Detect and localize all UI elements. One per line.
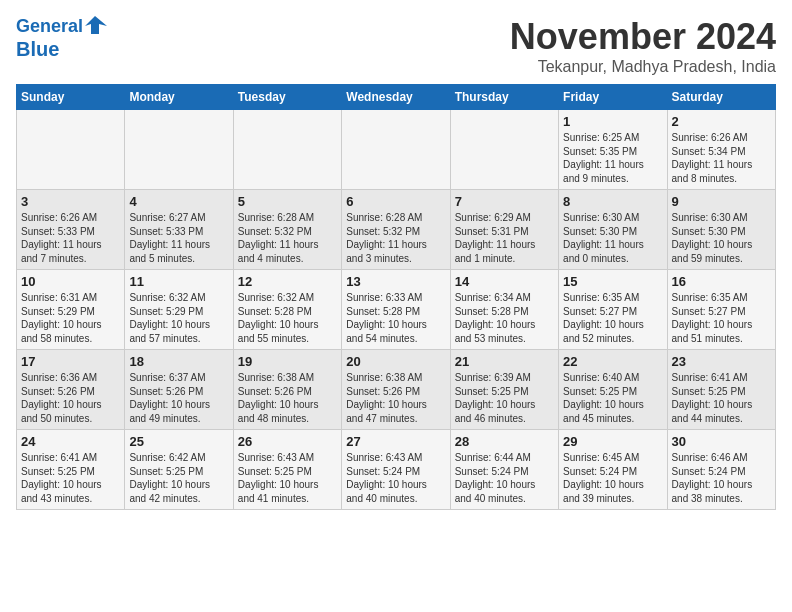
day-number: 19 (238, 354, 337, 369)
calendar-cell: 30Sunrise: 6:46 AM Sunset: 5:24 PM Dayli… (667, 430, 775, 510)
calendar-cell: 12Sunrise: 6:32 AM Sunset: 5:28 PM Dayli… (233, 270, 341, 350)
day-info: Sunrise: 6:29 AM Sunset: 5:31 PM Dayligh… (455, 211, 554, 265)
logo-blue-text: Blue (16, 38, 59, 60)
calendar-cell: 19Sunrise: 6:38 AM Sunset: 5:26 PM Dayli… (233, 350, 341, 430)
calendar-cell (342, 110, 450, 190)
day-info: Sunrise: 6:26 AM Sunset: 5:33 PM Dayligh… (21, 211, 120, 265)
calendar-week-row: 17Sunrise: 6:36 AM Sunset: 5:26 PM Dayli… (17, 350, 776, 430)
day-info: Sunrise: 6:31 AM Sunset: 5:29 PM Dayligh… (21, 291, 120, 345)
day-number: 11 (129, 274, 228, 289)
day-info: Sunrise: 6:32 AM Sunset: 5:29 PM Dayligh… (129, 291, 228, 345)
day-number: 3 (21, 194, 120, 209)
calendar-cell: 22Sunrise: 6:40 AM Sunset: 5:25 PM Dayli… (559, 350, 667, 430)
day-info: Sunrise: 6:38 AM Sunset: 5:26 PM Dayligh… (238, 371, 337, 425)
calendar-cell: 5Sunrise: 6:28 AM Sunset: 5:32 PM Daylig… (233, 190, 341, 270)
calendar-cell: 11Sunrise: 6:32 AM Sunset: 5:29 PM Dayli… (125, 270, 233, 350)
day-number: 12 (238, 274, 337, 289)
day-number: 18 (129, 354, 228, 369)
month-title: November 2024 (510, 16, 776, 58)
calendar-cell (450, 110, 558, 190)
weekday-header-sunday: Sunday (17, 85, 125, 110)
day-info: Sunrise: 6:43 AM Sunset: 5:25 PM Dayligh… (238, 451, 337, 505)
calendar-cell (233, 110, 341, 190)
day-info: Sunrise: 6:32 AM Sunset: 5:28 PM Dayligh… (238, 291, 337, 345)
day-info: Sunrise: 6:35 AM Sunset: 5:27 PM Dayligh… (672, 291, 771, 345)
weekday-header-wednesday: Wednesday (342, 85, 450, 110)
weekday-header-tuesday: Tuesday (233, 85, 341, 110)
weekday-header-saturday: Saturday (667, 85, 775, 110)
day-number: 30 (672, 434, 771, 449)
day-number: 9 (672, 194, 771, 209)
day-info: Sunrise: 6:28 AM Sunset: 5:32 PM Dayligh… (346, 211, 445, 265)
logo-bird-icon (85, 16, 107, 34)
day-info: Sunrise: 6:42 AM Sunset: 5:25 PM Dayligh… (129, 451, 228, 505)
calendar-cell: 3Sunrise: 6:26 AM Sunset: 5:33 PM Daylig… (17, 190, 125, 270)
weekday-header-friday: Friday (559, 85, 667, 110)
calendar-cell: 10Sunrise: 6:31 AM Sunset: 5:29 PM Dayli… (17, 270, 125, 350)
day-number: 21 (455, 354, 554, 369)
day-info: Sunrise: 6:38 AM Sunset: 5:26 PM Dayligh… (346, 371, 445, 425)
day-info: Sunrise: 6:41 AM Sunset: 5:25 PM Dayligh… (672, 371, 771, 425)
day-info: Sunrise: 6:41 AM Sunset: 5:25 PM Dayligh… (21, 451, 120, 505)
calendar-cell: 13Sunrise: 6:33 AM Sunset: 5:28 PM Dayli… (342, 270, 450, 350)
day-number: 16 (672, 274, 771, 289)
calendar-cell: 14Sunrise: 6:34 AM Sunset: 5:28 PM Dayli… (450, 270, 558, 350)
day-info: Sunrise: 6:35 AM Sunset: 5:27 PM Dayligh… (563, 291, 662, 345)
day-number: 8 (563, 194, 662, 209)
calendar-week-row: 10Sunrise: 6:31 AM Sunset: 5:29 PM Dayli… (17, 270, 776, 350)
day-info: Sunrise: 6:40 AM Sunset: 5:25 PM Dayligh… (563, 371, 662, 425)
calendar-cell: 6Sunrise: 6:28 AM Sunset: 5:32 PM Daylig… (342, 190, 450, 270)
day-info: Sunrise: 6:30 AM Sunset: 5:30 PM Dayligh… (672, 211, 771, 265)
day-number: 25 (129, 434, 228, 449)
day-number: 29 (563, 434, 662, 449)
calendar-cell: 27Sunrise: 6:43 AM Sunset: 5:24 PM Dayli… (342, 430, 450, 510)
day-info: Sunrise: 6:25 AM Sunset: 5:35 PM Dayligh… (563, 131, 662, 185)
calendar-cell: 4Sunrise: 6:27 AM Sunset: 5:33 PM Daylig… (125, 190, 233, 270)
logo-text: General (16, 17, 83, 37)
day-number: 2 (672, 114, 771, 129)
calendar-cell: 21Sunrise: 6:39 AM Sunset: 5:25 PM Dayli… (450, 350, 558, 430)
calendar-cell: 16Sunrise: 6:35 AM Sunset: 5:27 PM Dayli… (667, 270, 775, 350)
day-info: Sunrise: 6:36 AM Sunset: 5:26 PM Dayligh… (21, 371, 120, 425)
day-info: Sunrise: 6:46 AM Sunset: 5:24 PM Dayligh… (672, 451, 771, 505)
day-info: Sunrise: 6:39 AM Sunset: 5:25 PM Dayligh… (455, 371, 554, 425)
day-number: 6 (346, 194, 445, 209)
day-number: 15 (563, 274, 662, 289)
logo: General Blue (16, 16, 107, 60)
calendar-cell: 8Sunrise: 6:30 AM Sunset: 5:30 PM Daylig… (559, 190, 667, 270)
calendar-table: SundayMondayTuesdayWednesdayThursdayFrid… (16, 84, 776, 510)
weekday-header-row: SundayMondayTuesdayWednesdayThursdayFrid… (17, 85, 776, 110)
calendar-week-row: 1Sunrise: 6:25 AM Sunset: 5:35 PM Daylig… (17, 110, 776, 190)
location-title: Tekanpur, Madhya Pradesh, India (510, 58, 776, 76)
day-number: 14 (455, 274, 554, 289)
weekday-header-monday: Monday (125, 85, 233, 110)
calendar-cell: 15Sunrise: 6:35 AM Sunset: 5:27 PM Dayli… (559, 270, 667, 350)
day-info: Sunrise: 6:27 AM Sunset: 5:33 PM Dayligh… (129, 211, 228, 265)
day-number: 27 (346, 434, 445, 449)
day-number: 7 (455, 194, 554, 209)
day-number: 4 (129, 194, 228, 209)
day-number: 1 (563, 114, 662, 129)
day-number: 13 (346, 274, 445, 289)
header: General Blue November 2024 Tekanpur, Mad… (16, 16, 776, 76)
day-info: Sunrise: 6:43 AM Sunset: 5:24 PM Dayligh… (346, 451, 445, 505)
day-info: Sunrise: 6:30 AM Sunset: 5:30 PM Dayligh… (563, 211, 662, 265)
day-info: Sunrise: 6:28 AM Sunset: 5:32 PM Dayligh… (238, 211, 337, 265)
day-number: 23 (672, 354, 771, 369)
calendar-week-row: 3Sunrise: 6:26 AM Sunset: 5:33 PM Daylig… (17, 190, 776, 270)
day-number: 10 (21, 274, 120, 289)
calendar-week-row: 24Sunrise: 6:41 AM Sunset: 5:25 PM Dayli… (17, 430, 776, 510)
calendar-cell: 18Sunrise: 6:37 AM Sunset: 5:26 PM Dayli… (125, 350, 233, 430)
day-number: 28 (455, 434, 554, 449)
calendar-cell: 23Sunrise: 6:41 AM Sunset: 5:25 PM Dayli… (667, 350, 775, 430)
calendar-cell: 29Sunrise: 6:45 AM Sunset: 5:24 PM Dayli… (559, 430, 667, 510)
svg-marker-0 (85, 16, 107, 34)
calendar-cell: 26Sunrise: 6:43 AM Sunset: 5:25 PM Dayli… (233, 430, 341, 510)
calendar-cell: 9Sunrise: 6:30 AM Sunset: 5:30 PM Daylig… (667, 190, 775, 270)
day-number: 26 (238, 434, 337, 449)
day-info: Sunrise: 6:44 AM Sunset: 5:24 PM Dayligh… (455, 451, 554, 505)
day-number: 24 (21, 434, 120, 449)
day-number: 20 (346, 354, 445, 369)
day-info: Sunrise: 6:34 AM Sunset: 5:28 PM Dayligh… (455, 291, 554, 345)
day-number: 22 (563, 354, 662, 369)
